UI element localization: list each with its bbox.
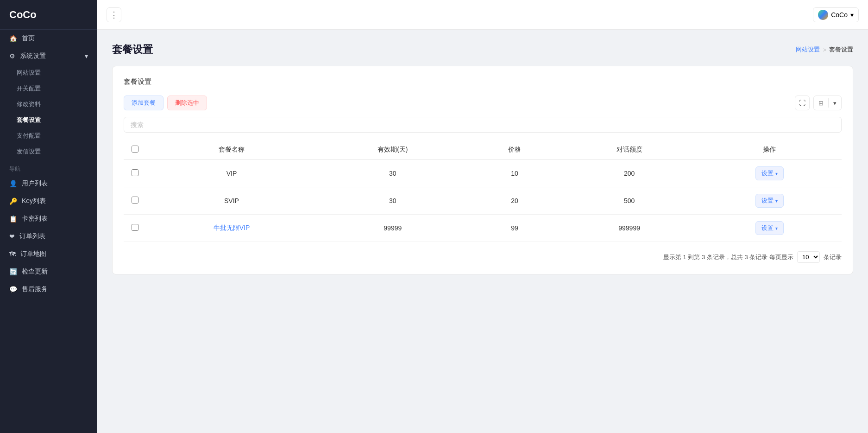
pagination-bar: 显示第 1 到第 3 条记录，总共 3 条记录 每页显示 10 20 50 条记… — [124, 251, 842, 263]
col-name: 套餐名称 — [146, 140, 317, 160]
settings-chevron-icon: ▾ — [775, 171, 778, 176]
per-page-select[interactable]: 10 20 50 — [797, 251, 820, 263]
row-actions: 设置 ▾ — [698, 187, 842, 215]
expand-view-button[interactable]: ⛶ — [795, 96, 810, 110]
heart-icon: ❤ — [9, 233, 15, 240]
row-validity: 30 — [317, 160, 468, 187]
header-user-button[interactable]: CoCo ▾ — [813, 7, 859, 22]
search-input[interactable] — [124, 117, 842, 133]
page-title: 套餐设置 — [112, 43, 153, 57]
col-validity: 有效期(天) — [317, 140, 468, 160]
chevron-view-icon[interactable]: ▾ — [829, 97, 841, 109]
row-name: VIP — [146, 160, 317, 187]
breadcrumb-parent[interactable]: 网站设置 — [796, 45, 820, 54]
header-left: ⋮ — [107, 7, 121, 22]
settings-chevron-icon: ▾ — [775, 198, 778, 204]
row-price: 20 — [468, 187, 561, 215]
sidebar: CoCo 🏠 首页 ⚙ 系统设置 ▾ 网站设置 开关配置 修改资料 套餐设置 支… — [0, 0, 97, 433]
user-icon: 👤 — [9, 180, 17, 187]
table-row: VIP 30 10 200 设置 ▾ — [124, 160, 842, 187]
sidebar-item-switch-config[interactable]: 开关配置 — [0, 81, 97, 96]
settings-button[interactable]: 设置 ▾ — [755, 221, 784, 235]
view-toggle-button[interactable]: ⊞ ▾ — [813, 96, 842, 110]
row-dialog-limit: 200 — [561, 160, 697, 187]
sidebar-item-card-list[interactable]: 📋 卡密列表 — [0, 210, 97, 228]
row-validity: 30 — [317, 187, 468, 215]
settings-button[interactable]: 设置 ▾ — [755, 166, 784, 180]
package-settings-card: 套餐设置 添加套餐 删除选中 ⛶ ⊞ ▾ — [112, 66, 853, 274]
sidebar-item-after-sales[interactable]: 💬 售后服务 — [0, 280, 97, 298]
table-view-icon[interactable]: ⊞ — [814, 97, 828, 109]
sidebar-item-order-list[interactable]: ❤ 订单列表 — [0, 228, 97, 245]
settings-icon: ⚙ — [9, 52, 15, 60]
sidebar-item-website-settings[interactable]: 网站设置 — [0, 65, 97, 81]
content-area: 套餐设置 网站设置 > 套餐设置 套餐设置 添加套餐 删除选中 ⛶ ⊞ — [97, 30, 868, 433]
page-header: 套餐设置 网站设置 > 套餐设置 — [112, 43, 853, 57]
card-icon: 📋 — [9, 215, 17, 223]
settings-button[interactable]: 设置 ▾ — [755, 194, 784, 208]
table-wrap: 套餐名称 有效期(天) 价格 对话额度 操作 VIP 30 10 200 — [124, 140, 842, 242]
sidebar-item-edit-profile[interactable]: 修改资料 — [0, 96, 97, 112]
table-row: SVIP 30 20 500 设置 ▾ — [124, 187, 842, 215]
col-price: 价格 — [468, 140, 561, 160]
chevron-down-icon: ▾ — [85, 52, 88, 60]
sidebar-system-label: 系统设置 — [20, 52, 46, 60]
key-icon: 🔑 — [9, 197, 17, 205]
breadcrumb-current: 套餐设置 — [829, 45, 853, 54]
row-validity: 99999 — [317, 215, 468, 242]
sidebar-system-settings-toggle[interactable]: ⚙ 系统设置 ▾ — [0, 47, 97, 65]
toolbar-left: 添加套餐 删除选中 — [124, 96, 207, 110]
col-checkbox — [124, 140, 146, 160]
sidebar-logo: CoCo — [0, 0, 97, 30]
coco-logo-icon — [818, 10, 828, 20]
row-name: 牛批无限VIP — [146, 215, 317, 242]
add-package-button[interactable]: 添加套餐 — [124, 96, 164, 110]
coco-logo-text: CoCo — [9, 9, 37, 21]
map-icon: 🗺 — [9, 250, 16, 258]
row-checkbox[interactable] — [132, 224, 138, 231]
main-area: ⋮ CoCo ▾ 套餐设置 网站设置 > 套餐设置 套餐设置 — [97, 0, 868, 433]
packages-table: 套餐名称 有效期(天) 价格 对话额度 操作 VIP 30 10 200 — [124, 140, 842, 242]
breadcrumb: 网站设置 > 套餐设置 — [796, 45, 853, 54]
header-user-name: CoCo — [831, 11, 848, 19]
row-checkbox[interactable] — [132, 169, 138, 176]
row-checkbox-cell — [124, 215, 146, 242]
card-title: 套餐设置 — [124, 77, 842, 86]
row-dialog-limit: 999999 — [561, 215, 697, 242]
row-checkbox[interactable] — [132, 197, 138, 204]
toolbar: 添加套餐 删除选中 ⛶ ⊞ ▾ — [124, 96, 842, 110]
sidebar-item-user-list[interactable]: 👤 用户列表 — [0, 175, 97, 192]
sidebar-item-home[interactable]: 🏠 首页 — [0, 30, 97, 47]
header-right: CoCo ▾ — [813, 7, 859, 22]
header-menu-button[interactable]: ⋮ — [107, 7, 121, 22]
row-actions: 设置 ▾ — [698, 215, 842, 242]
col-actions: 操作 — [698, 140, 842, 160]
select-all-checkbox[interactable] — [132, 146, 138, 153]
row-checkbox-cell — [124, 160, 146, 187]
sidebar-system-left: ⚙ 系统设置 — [9, 52, 46, 60]
search-bar — [124, 117, 842, 133]
row-actions: 设置 ▾ — [698, 160, 842, 187]
breadcrumb-separator: > — [823, 46, 826, 53]
chat-icon: 💬 — [9, 286, 17, 293]
pagination-text: 显示第 1 到第 3 条记录，总共 3 条记录 每页显示 — [663, 253, 793, 261]
toolbar-right: ⛶ ⊞ ▾ — [795, 96, 842, 110]
settings-chevron-icon: ▾ — [775, 226, 778, 231]
row-name: SVIP — [146, 187, 317, 215]
row-dialog-limit: 500 — [561, 187, 697, 215]
sidebar-item-package-settings[interactable]: 套餐设置 — [0, 112, 97, 128]
sidebar-item-order-map[interactable]: 🗺 订单地图 — [0, 245, 97, 263]
row-checkbox-cell — [124, 187, 146, 215]
home-icon: 🏠 — [9, 35, 17, 42]
sidebar-item-payment-config[interactable]: 支付配置 — [0, 128, 97, 144]
table-row: 牛批无限VIP 99999 99 999999 设置 ▾ — [124, 215, 842, 242]
delete-selected-button[interactable]: 删除选中 — [167, 96, 207, 110]
per-page-suffix: 条记录 — [824, 253, 842, 261]
sidebar-item-check-update[interactable]: 🔄 检查更新 — [0, 263, 97, 280]
row-price: 10 — [468, 160, 561, 187]
col-dialog-limit: 对话额度 — [561, 140, 697, 160]
sidebar-item-key-list[interactable]: 🔑 Key列表 — [0, 192, 97, 210]
sidebar-item-home-label: 首页 — [22, 34, 35, 43]
sidebar-item-email-settings[interactable]: 发信设置 — [0, 144, 97, 159]
row-price: 99 — [468, 215, 561, 242]
